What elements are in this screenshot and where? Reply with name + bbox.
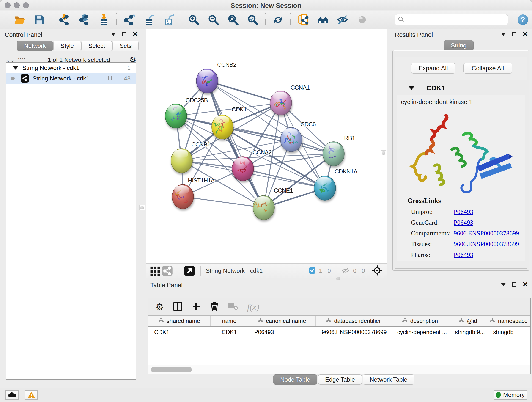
zoom-out-icon[interactable] — [207, 14, 219, 26]
control-panel-menu-icon[interactable] — [111, 32, 116, 36]
network-node-CCNB1[interactable] — [171, 148, 192, 173]
zoom-selected-icon[interactable] — [247, 14, 259, 26]
crosslink-link[interactable]: 9606.ENSP00000378699 — [454, 240, 519, 248]
expand-all-button[interactable]: Expand All — [411, 63, 455, 74]
tab-network[interactable]: Network — [17, 41, 53, 51]
hidden-eye-icon — [341, 267, 350, 275]
table-hscrollbar — [148, 365, 530, 374]
selected-checkbox-icon[interactable] — [309, 267, 316, 275]
results-panel-menu-icon[interactable] — [501, 32, 506, 36]
import-database-icon[interactable] — [78, 14, 90, 26]
birds-eye-view-icon[interactable] — [372, 265, 382, 277]
column-header-id[interactable]: @id — [449, 316, 487, 326]
selected-count-badge: 1 - 0 — [319, 267, 331, 274]
open-session-icon[interactable] — [13, 14, 25, 26]
warnings-button[interactable] — [25, 390, 38, 400]
crosslink-link[interactable]: P06493 — [454, 219, 473, 226]
protein-structure-image — [404, 107, 518, 196]
zoom-fit-icon[interactable] — [227, 14, 239, 26]
network-node-CCNB2[interactable] — [196, 69, 218, 93]
zoom-in-icon[interactable] — [188, 14, 200, 26]
table-cell: stringdb — [487, 327, 530, 338]
tab-sets[interactable]: Sets — [113, 41, 139, 51]
results-panel-close-icon[interactable]: ✕ — [522, 32, 528, 36]
network-collection-row[interactable]: String Network - cdk1 1 — [6, 63, 136, 73]
table-toolbar: ⚙ f(x) — [148, 298, 530, 315]
right-splitter-handle[interactable] — [381, 150, 386, 156]
tab-edge-table[interactable]: Edge Table — [318, 375, 362, 385]
import-network-icon[interactable] — [58, 14, 70, 26]
export-network-icon[interactable] — [123, 14, 135, 26]
network-node-CCNA1[interactable] — [270, 91, 292, 115]
column-header-database-identifier[interactable]: database identifier — [316, 316, 391, 326]
tab-node-table[interactable]: Node Table — [273, 375, 317, 385]
show-columns-icon[interactable] — [173, 301, 183, 313]
toolbar-search-input[interactable] — [406, 15, 508, 24]
function-builder-icon: f(x) — [247, 302, 259, 312]
tab-style[interactable]: Style — [53, 41, 81, 51]
column-header-description[interactable]: description — [391, 316, 449, 326]
column-header-name[interactable]: name — [210, 316, 248, 326]
network-row[interactable]: String Network - cdk1 11 48 — [6, 73, 136, 84]
network-node-CCNA2[interactable] — [232, 157, 254, 181]
network-node-CDKN1A[interactable] — [314, 176, 336, 200]
table-panel-close-icon[interactable]: ✕ — [522, 282, 528, 287]
network-share-view-icon[interactable] — [161, 265, 173, 277]
cloud-status-button[interactable] — [6, 390, 19, 400]
node-label-CCNA1: CCNA1 — [291, 84, 310, 91]
memory-button[interactable]: Memory — [494, 390, 527, 400]
table-options-gear-icon[interactable]: ⚙ — [156, 302, 164, 312]
table-cell: CDK1 — [148, 327, 210, 338]
table-panel-menu-icon[interactable] — [501, 283, 506, 286]
network-node-CDK1[interactable] — [212, 115, 233, 139]
node-label-CCNB1: CCNB1 — [191, 141, 210, 148]
export-image-icon[interactable] — [162, 14, 174, 26]
expand-collapse-box: Expand All Collapse All — [395, 57, 527, 80]
help-icon[interactable]: ? — [518, 14, 528, 25]
crosslink-link[interactable]: P06493 — [454, 251, 473, 259]
gene-description: cyclin-dependent kinase 1 — [401, 99, 472, 106]
hscrollbar-thumb[interactable] — [151, 367, 192, 372]
bottom-splitter-handle[interactable] — [336, 277, 340, 280]
network-node-CCNE1[interactable] — [253, 196, 274, 220]
collapse-all-button[interactable]: Collapse All — [463, 63, 512, 74]
control-panel-float-icon[interactable] — [122, 32, 127, 36]
network-view-toolbar: String Network - cdk1 1 - 0 0 - 0 — [146, 263, 387, 278]
crosslink-link[interactable]: P06493 — [454, 208, 473, 216]
results-panel-float-icon[interactable] — [512, 32, 516, 36]
control-panel: Control Panel ✕ NetworkStyleSelectSets ⌄… — [0, 29, 145, 388]
export-table-icon[interactable] — [143, 14, 155, 26]
delete-column-icon[interactable] — [210, 301, 219, 313]
add-column-icon[interactable] — [192, 302, 201, 312]
network-canvas[interactable]: CCNB2CCNA1CDC25BCDK1CDC6RB1CCNB1CCNA2CDK… — [146, 29, 387, 263]
warning-icon — [27, 391, 36, 399]
tab-select[interactable]: Select — [81, 41, 112, 51]
collection-expand-icon[interactable] — [13, 66, 18, 70]
tab-string[interactable]: String — [444, 40, 474, 51]
tab-network-table[interactable]: Network Table — [363, 375, 414, 385]
table-panel-float-icon[interactable] — [512, 282, 516, 287]
table-row[interactable]: CDK1CDK1P064939606.ENSP00000378699cyclin… — [148, 327, 530, 338]
left-splitter-handle[interactable] — [139, 205, 145, 211]
crosslink-link[interactable]: 9606.ENSP00000378699 — [454, 230, 519, 237]
import-table-icon[interactable] — [98, 14, 110, 26]
column-header-shared-name[interactable]: shared name — [148, 316, 210, 326]
hide-selected-icon[interactable] — [336, 14, 348, 26]
show-all-icon[interactable] — [356, 14, 368, 26]
grid-view-icon[interactable] — [149, 265, 161, 277]
table-cell: stringdb:9... — [449, 327, 487, 338]
open-in-new-window-icon[interactable] — [184, 265, 196, 277]
network-node-RB1[interactable] — [323, 142, 344, 166]
network-node-HIST1H1A[interactable] — [172, 185, 194, 209]
first-neighbors-icon[interactable] — [317, 14, 329, 26]
network-node-CDC6[interactable] — [280, 128, 302, 152]
column-header-canonical-name[interactable]: canonical name — [248, 316, 316, 326]
refresh-layout-icon[interactable] — [272, 14, 284, 26]
column-header-namespace[interactable]: namespace — [487, 316, 530, 326]
results-panel: Results Panel ✕ String Expand All Collap… — [390, 29, 532, 279]
network-node-CDC25B[interactable] — [165, 104, 187, 128]
save-session-icon[interactable] — [33, 14, 45, 26]
gene-collapse-icon[interactable] — [409, 86, 414, 90]
new-network-from-selection-icon[interactable] — [297, 14, 309, 26]
control-panel-close-icon[interactable]: ✕ — [133, 32, 138, 36]
